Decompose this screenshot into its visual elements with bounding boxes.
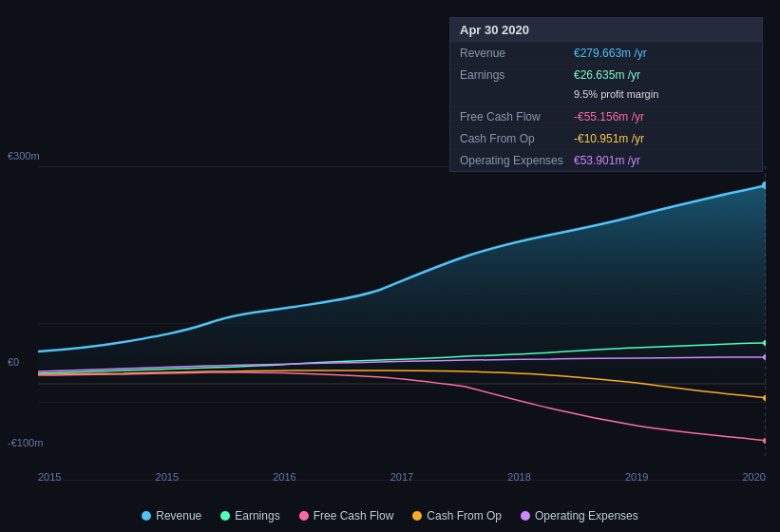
x-label-2020: 2020 xyxy=(742,471,765,483)
cfo-label: Cash From Op xyxy=(460,132,574,145)
revenue-label: Revenue xyxy=(460,47,574,60)
chart-container: Apr 30 2020 Revenue €279.663m /yr Earnin… xyxy=(0,0,780,532)
legend-dot-earnings xyxy=(220,511,230,521)
legend-label-fcf: Free Cash Flow xyxy=(314,509,394,522)
legend-label-opex: Operating Expenses xyxy=(535,509,638,522)
x-label-2019: 2019 xyxy=(625,471,648,483)
fcf-dot xyxy=(763,438,766,444)
x-label-2015: 2015 xyxy=(38,471,61,483)
x-label-2015b: 2015 xyxy=(156,471,179,483)
x-label-2016: 2016 xyxy=(273,471,295,483)
x-label-2018: 2018 xyxy=(507,471,530,483)
tooltip-header: Apr 30 2020 xyxy=(450,18,762,42)
opex-value: €53.901m /yr xyxy=(574,154,640,167)
profit-margin-row: 9.5% profit margin xyxy=(450,86,762,105)
tooltip-row-revenue: Revenue €279.663m /yr xyxy=(450,42,762,64)
earnings-label: Earnings xyxy=(460,68,574,82)
revenue-area xyxy=(38,185,766,385)
x-label-2017: 2017 xyxy=(390,471,413,483)
cfo-dot xyxy=(763,395,766,401)
fcf-label: Free Cash Flow xyxy=(460,110,574,124)
tooltip-row-cfo: Cash From Op -€10.951m /yr xyxy=(450,127,762,149)
opex-label: Operating Expenses xyxy=(460,154,574,167)
legend-item-fcf[interactable]: Free Cash Flow xyxy=(299,509,394,522)
tooltip-box: Apr 30 2020 Revenue €279.663m /yr Earnin… xyxy=(449,17,763,172)
legend-label-cfo: Cash From Op xyxy=(427,509,502,522)
chart-legend: Revenue Earnings Free Cash Flow Cash Fro… xyxy=(0,509,780,522)
legend-item-revenue[interactable]: Revenue xyxy=(142,509,201,522)
y-label-0: €0 xyxy=(8,356,19,368)
legend-dot-fcf xyxy=(299,511,309,521)
legend-item-earnings[interactable]: Earnings xyxy=(220,509,279,522)
legend-dot-cfo xyxy=(412,511,422,521)
legend-dot-opex xyxy=(521,511,530,521)
y-label-300m: €300m xyxy=(8,150,40,162)
tooltip-row-opex: Operating Expenses €53.901m /yr xyxy=(450,149,762,171)
x-axis-labels: 2015 2015 2016 2017 2018 2019 2020 xyxy=(38,471,766,483)
legend-item-opex[interactable]: Operating Expenses xyxy=(521,509,638,522)
revenue-value: €279.663m /yr xyxy=(574,47,647,60)
main-chart-svg xyxy=(38,166,766,456)
legend-label-revenue: Revenue xyxy=(156,509,201,522)
fcf-value: -€55.156m /yr xyxy=(574,110,644,124)
tooltip-row-fcf: Free Cash Flow -€55.156m /yr xyxy=(450,105,762,127)
tooltip-row-earnings: Earnings €26.635m /yr xyxy=(450,64,762,86)
legend-label-earnings: Earnings xyxy=(235,509,279,522)
legend-item-cfo[interactable]: Cash From Op xyxy=(412,509,502,522)
legend-dot-revenue xyxy=(142,511,151,521)
cfo-value: -€10.951m /yr xyxy=(574,132,644,145)
profit-margin-value: 9.5% profit margin xyxy=(574,88,658,100)
earnings-value: €26.635m /yr xyxy=(574,68,640,82)
